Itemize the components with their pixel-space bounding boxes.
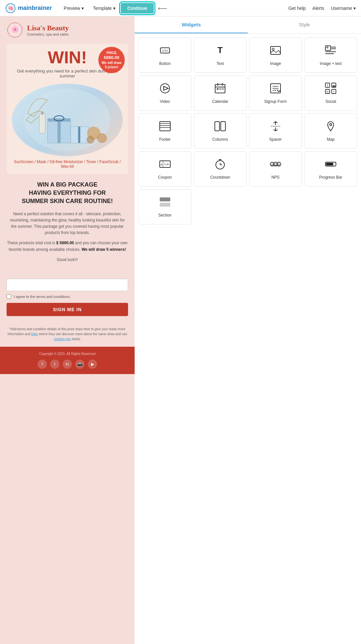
image-text-icon [325,44,337,59]
widget-social[interactable]: f 📷 in t Social [305,75,357,111]
email-body-3: Good luck!!! [7,257,128,263]
nps-icon [270,158,281,172]
nav-template[interactable]: Template ▾ [89,4,119,13]
widget-video[interactable]: Video [139,75,191,111]
email-input[interactable] [7,279,128,291]
get-help-link[interactable]: Get help [288,6,306,11]
svg-rect-78 [160,203,170,207]
section-icon [159,196,171,210]
footer-copyright: Copyright © 2021. All Rights Reserved [5,352,129,356]
widget-spacer-label: Spacer [269,137,282,142]
nav-preview[interactable]: Preview ▾ [60,4,88,13]
brand-sub: Cosmetics, spa and salon [27,32,69,36]
widget-image[interactable]: Image [249,38,302,73]
svg-point-74 [279,163,279,164]
widget-progress-bar[interactable]: Progress Bar [305,151,357,187]
nav-links: Preview ▾ Template ▾ Continue ⟵ [60,3,288,14]
svg-rect-35 [219,88,221,90]
widget-map-label: Map [327,137,335,142]
svg-rect-22 [325,46,331,50]
widget-coupon[interactable]: $5.00 Coupon [139,151,191,187]
footer-contact-link[interactable]: contact you [54,337,71,341]
widget-map[interactable]: Map [305,113,357,149]
svg-rect-6 [57,120,61,143]
email-footer: Copyright © 2021. All Rights Reserved f … [0,347,135,374]
continue-button[interactable]: Continue [121,3,154,14]
widget-columns-label: Columns [213,137,228,142]
widget-footer[interactable]: Footer [139,113,191,149]
facebook-icon[interactable]: f [38,360,47,369]
youtube-icon[interactable]: ▶ [88,360,97,369]
svg-text:📷: 📷 [332,84,336,87]
svg-point-71 [275,163,276,164]
svg-text:T: T [217,45,223,55]
hero-area: PRICE 5890.00 We will draw 5 prizes! WIN… [7,44,128,174]
svg-point-69 [272,163,273,164]
linkedin-icon[interactable]: in [63,360,72,369]
svg-rect-49 [160,122,170,131]
svg-text:in: in [326,90,329,93]
widget-nps[interactable]: NPS [249,151,302,187]
map-icon [325,120,337,134]
widgets-panel: Widgets Style CTA Button T Text [135,16,361,644]
svg-rect-34 [217,88,218,90]
widget-footer-label: Footer [159,137,171,142]
calendar-icon [214,82,226,97]
footer-links-link[interactable]: links [31,332,38,336]
svg-rect-53 [215,122,219,131]
widget-section-label: Section [158,213,172,218]
signup-form-icon [270,82,281,97]
svg-point-58 [330,124,332,126]
logo-icon: 🧠 [5,3,16,14]
widget-text-label: Text [216,61,224,66]
alerts-link[interactable]: Alerts [312,6,324,11]
logo[interactable]: 🧠 mainbrainer [5,3,52,14]
svg-text:🌸: 🌸 [11,25,19,33]
username-menu[interactable]: Username ▾ [331,6,356,11]
columns-icon [214,120,226,134]
widget-image-text[interactable]: Image + text [305,38,357,73]
svg-rect-11 [39,113,45,133]
widget-signup-form-label: Signup Form [264,99,287,104]
tab-style[interactable]: Style [248,16,361,33]
widget-signup-form[interactable]: Signup Form [249,75,302,111]
email-headline: WIN A BIG PACKAGE HAVING EVERYTHING FOR … [7,181,128,206]
svg-rect-36 [222,88,224,90]
svg-rect-12 [41,111,43,115]
widget-calendar-label: Calendar [212,99,228,104]
social-icons: f t in 📷 ▶ [5,360,129,369]
widget-countdown-label: Countdown [210,175,230,180]
terms-label: I agree to the terms and conditions. [14,295,71,299]
svg-text:CTA: CTA [162,49,168,52]
widget-columns[interactable]: Columns [194,113,247,149]
product-list: SunScreen / Mask / Oil-free Moisturizer … [12,160,123,169]
signup-section: I agree to the terms and conditions. SIG… [0,274,135,321]
sign-me-in-button[interactable]: SIGN ME IN [7,303,128,316]
widget-calendar[interactable]: Calendar [194,75,247,111]
text-icon: T [214,44,226,59]
email-preview-panel: 🌸 Lisa's Beauty Cosmetics, spa and salon… [0,16,135,644]
instagram-icon[interactable]: 📷 [75,360,84,369]
widget-text[interactable]: T Text [194,38,247,73]
main-layout: 🌸 Lisa's Beauty Cosmetics, spa and salon… [0,16,361,644]
brand-info: Lisa's Beauty Cosmetics, spa and salon [27,24,69,36]
widget-coupon-label: Coupon [158,175,172,180]
tab-widgets[interactable]: Widgets [135,16,248,33]
logo-text: mainbrainer [18,5,52,12]
svg-rect-76 [326,163,333,165]
widget-button[interactable]: CTA Button [139,38,191,73]
terms-checkbox[interactable] [7,294,11,299]
brand-logo: 🌸 [7,22,23,38]
widget-countdown[interactable]: Countdown [194,151,247,187]
twitter-icon[interactable]: t [50,360,59,369]
footer-icon [159,120,171,134]
widget-spacer[interactable]: Spacer [249,113,302,149]
arrow-indicator: ⟵ [158,4,167,12]
widget-section[interactable]: Section [139,189,191,224]
price-badge: PRICE 5890.00 We will draw 5 prizes! [98,47,125,73]
footer-note: *Add terms and condition details of this… [0,321,135,347]
hero-image [12,84,123,156]
svg-text:f: f [327,84,328,87]
terms-row: I agree to the terms and conditions. [7,294,128,299]
video-icon [159,82,171,97]
